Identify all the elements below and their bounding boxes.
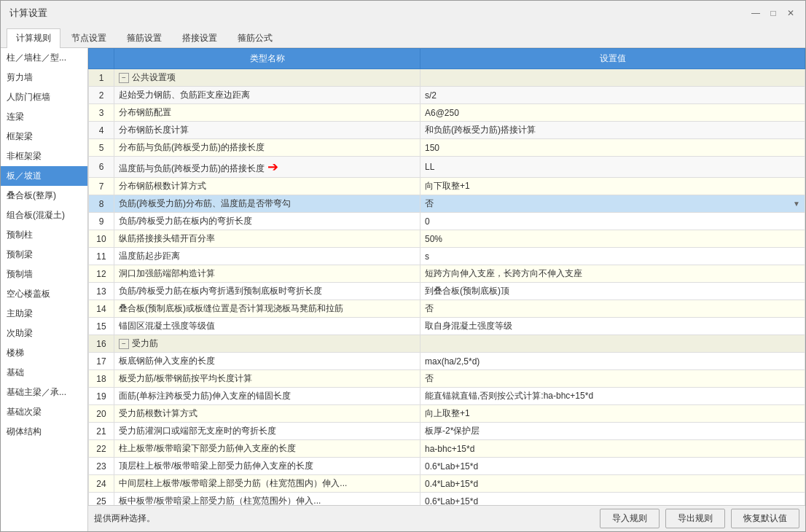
tab-bar: 计算规则 节点设置 箍筋设置 搭接设置 箍筋公式 [1, 26, 805, 48]
sidebar-item-composite-concrete[interactable]: 组合板(混凝土) [1, 206, 87, 225]
row-number: 16 [89, 335, 114, 353]
row-name: 分布钢筋配置 [114, 104, 420, 122]
red-arrow-icon: ➔ [267, 159, 278, 175]
sidebar-item-column[interactable]: 柱／墙柱／型... [1, 48, 87, 68]
row-name: 负筋/跨板受力筋在板内弯折遇到预制底板时弯折长度 [114, 283, 420, 300]
row-value: 50% [420, 230, 805, 248]
row-name: 柱上板带/板带暗梁下部受力筋伸入支座的长度 [114, 440, 420, 458]
sidebar-item-civil-defense[interactable]: 人防门框墙 [1, 87, 87, 107]
row-value[interactable]: 否▼ [420, 195, 805, 213]
sidebar-item-slab[interactable]: 板／坡道 [1, 166, 87, 186]
dropdown-arrow-icon[interactable]: ▼ [793, 200, 800, 208]
row-value: 短跨方向伸入支座，长跨方向不伸入支座 [420, 265, 805, 283]
bottom-bar: 提供两种选择。 导入规则 导出规则 恢复默认值 [88, 505, 805, 531]
tab-splice-settings[interactable]: 搭接设置 [173, 28, 227, 47]
table-row: 15锚固区混凝土强度等级值取自身混凝土强度等级 [89, 318, 805, 335]
table-row: 8负筋(跨板受力筋)分布筋、温度筋是否带弯勾否▼ [89, 195, 805, 213]
table-row: 2起始受力钢筋、负筋距支座边距离s/2 [89, 87, 805, 104]
table-row: 24中间层柱上板带/板带暗梁上部受力筋（柱宽范围内）伸入...0.4*Lab+1… [89, 475, 805, 493]
minimize-button[interactable]: — [750, 7, 762, 19]
sidebar-item-precast-wall[interactable]: 预制墙 [1, 265, 87, 284]
row-value: s/2 [420, 87, 805, 104]
table-row: 12洞口加强筋端部构造计算短跨方向伸入支座，长跨方向不伸入支座 [89, 265, 805, 283]
maximize-button[interactable]: □ [767, 7, 779, 19]
row-name: 分布钢筋根数计算方式 [114, 178, 420, 195]
section-label-text: 受力筋 [132, 337, 158, 350]
sidebar-item-shear-wall[interactable]: 剪力墙 [1, 68, 87, 87]
table-row: 7分布钢筋根数计算方式向下取整+1 [89, 178, 805, 195]
row-number: 21 [89, 423, 114, 440]
row-value: A6@250 [420, 104, 805, 122]
row-value: 否 [420, 370, 805, 388]
row-number: 2 [89, 87, 114, 104]
tab-stirrup-settings[interactable]: 箍筋设置 [117, 28, 171, 47]
row-number: 22 [89, 440, 114, 458]
restore-defaults-button[interactable]: 恢复默认值 [731, 509, 799, 528]
row-number: 1 [89, 69, 114, 87]
sidebar-item-composite-slab[interactable]: 叠合板(整厚) [1, 186, 87, 206]
row-value: s [420, 248, 805, 265]
sidebar-item-stair[interactable]: 楼梯 [1, 343, 87, 363]
settings-table-container[interactable]: 类型名称 设置值 1−公共设置项2起始受力钢筋、负筋距支座边距离s/23分布钢筋… [88, 48, 805, 505]
sidebar-item-non-frame-beam[interactable]: 非框架梁 [1, 146, 87, 166]
row-name: 分布筋与负筋(跨板受力筋)的搭接长度 [114, 139, 420, 157]
row-number: 9 [89, 213, 114, 230]
table-row: 4分布钢筋长度计算和负筋(跨板受力筋)搭接计算 [89, 122, 805, 139]
sidebar-item-coupling-beam[interactable]: 连梁 [1, 107, 87, 127]
sidebar-item-foundation[interactable]: 基础 [1, 363, 87, 383]
row-name: 负筋/跨板受力筋在板内的弯折长度 [114, 213, 420, 230]
tab-calc-rules[interactable]: 计算规则 [7, 28, 60, 48]
table-row: 1−公共设置项 [89, 69, 805, 87]
row-value: 0 [420, 213, 805, 230]
row-number: 19 [89, 388, 114, 405]
sidebar-item-precast-column[interactable]: 预制柱 [1, 225, 87, 245]
collapse-icon[interactable]: − [119, 73, 129, 83]
import-rules-button[interactable]: 导入规则 [600, 509, 660, 528]
content-area: 柱／墙柱／型... 剪力墙 人防门框墙 连梁 框架梁 非框架梁 板／坡道 叠合板… [1, 48, 805, 531]
row-number: 23 [89, 458, 114, 475]
table-row: 14叠合板(预制底板)或板缝位置是否计算现浇板马凳筋和拉筋否 [89, 300, 805, 318]
sidebar-item-masonry[interactable]: 砌体结构 [1, 422, 87, 442]
sidebar-item-hollow-floor[interactable]: 空心楼盖板 [1, 284, 87, 304]
row-value: 和负筋(跨板受力筋)搭接计算 [420, 122, 805, 139]
sidebar-item-foundation-secondary-beam[interactable]: 基础次梁 [1, 402, 87, 422]
sidebar-item-main-rib[interactable]: 主助梁 [1, 304, 87, 324]
row-number: 3 [89, 104, 114, 122]
table-row: 20受力筋根数计算方式向上取整+1 [89, 405, 805, 423]
sidebar-item-precast-beam[interactable]: 预制梁 [1, 245, 87, 265]
row-number: 6 [89, 157, 114, 178]
settings-table: 类型名称 设置值 1−公共设置项2起始受力钢筋、负筋距支座边距离s/23分布钢筋… [88, 48, 805, 505]
row-name: 洞口加强筋端部构造计算 [114, 265, 420, 283]
header-num [89, 49, 114, 69]
row-name: 叠合板(预制底板)或板缝位置是否计算现浇板马凳筋和拉筋 [114, 300, 420, 318]
row-number: 8 [89, 195, 114, 213]
sidebar-item-foundation-main-beam[interactable]: 基础主梁／承... [1, 383, 87, 402]
export-rules-button[interactable]: 导出规则 [665, 509, 725, 528]
sidebar-item-frame-beam[interactable]: 框架梁 [1, 127, 87, 146]
sidebar-item-secondary-rib[interactable]: 次助梁 [1, 324, 87, 343]
row-name: −公共设置项 [114, 69, 420, 87]
row-number: 12 [89, 265, 114, 283]
table-row: 17板底钢筋伸入支座的长度max(ha/2,5*d) [89, 353, 805, 370]
table-row: 21受力筋灌洞口或端部无支座时的弯折长度板厚-2*保护层 [89, 423, 805, 440]
header-setting-value: 设置值 [420, 49, 805, 69]
row-number: 18 [89, 370, 114, 388]
row-number: 10 [89, 230, 114, 248]
table-row: 5分布筋与负筋(跨板受力筋)的搭接长度150 [89, 139, 805, 157]
row-value: ha-bhc+15*d [420, 440, 805, 458]
row-value: 0.6*Lab+15*d [420, 458, 805, 475]
row-name: −受力筋 [114, 335, 420, 353]
row-name: 板底钢筋伸入支座的长度 [114, 353, 420, 370]
row-name: 纵筋搭接接头错开百分率 [114, 230, 420, 248]
row-name: 温度筋起步距离 [114, 248, 420, 265]
row-number: 20 [89, 405, 114, 423]
row-value: max(ha/2,5*d) [420, 353, 805, 370]
row-value: 到叠合板(预制底板)顶 [420, 283, 805, 300]
tab-stirrup-formula[interactable]: 箍筋公式 [228, 28, 282, 47]
row-value: 向上取整+1 [420, 405, 805, 423]
row-name: 板中板带/板带暗梁上部受力筋（柱宽范围外）伸入... [114, 493, 420, 506]
close-button[interactable]: ✕ [785, 7, 797, 19]
collapse-icon[interactable]: − [119, 339, 129, 349]
tab-node-settings[interactable]: 节点设置 [62, 28, 116, 47]
dropdown-value: 否 [425, 197, 434, 210]
